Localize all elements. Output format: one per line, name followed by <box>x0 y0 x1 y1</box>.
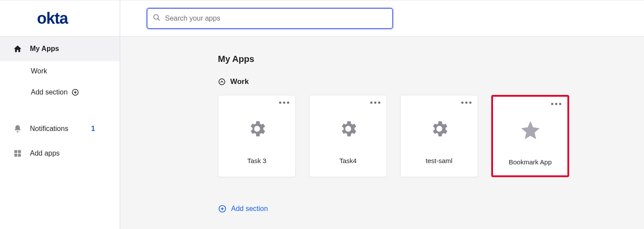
logo: okta <box>37 9 68 28</box>
svg-rect-5 <box>15 154 18 157</box>
app-card[interactable]: Task4 <box>309 95 387 177</box>
sidebar-item-my-apps[interactable]: My Apps <box>0 36 120 61</box>
app-card[interactable]: Task 3 <box>218 95 296 177</box>
svg-point-7 <box>154 15 158 19</box>
search-icon <box>153 14 161 23</box>
app-card-label: Bookmark App <box>509 158 552 166</box>
app-card-menu[interactable] <box>551 103 561 105</box>
app-card-label: Task 3 <box>247 157 266 164</box>
sidebar-item-add-apps[interactable]: Add apps <box>0 141 120 166</box>
sidebar-nav: My Apps Work Add section Notifications 1 <box>0 36 120 166</box>
section-header-work[interactable]: Work <box>218 77 644 86</box>
add-section-button[interactable]: Add section <box>218 204 644 213</box>
app-card-menu[interactable] <box>370 102 380 104</box>
svg-rect-6 <box>18 154 21 157</box>
star-icon <box>519 119 541 142</box>
svg-rect-4 <box>18 150 21 153</box>
app-card-label: Task4 <box>339 157 357 164</box>
sidebar-item-label: Notifications <box>30 125 68 133</box>
svg-rect-3 <box>15 150 18 153</box>
svg-point-9 <box>219 79 225 85</box>
search-input[interactable] <box>165 15 387 22</box>
sidebar-item-notifications[interactable]: Notifications 1 <box>0 116 120 141</box>
app-card-menu[interactable] <box>279 102 289 104</box>
logo-container: okta <box>0 0 120 36</box>
apps-row: Task 3 Task4 test-saml <box>218 95 644 177</box>
app-card[interactable]: test-saml <box>400 95 478 177</box>
chevron-up-icon <box>218 78 226 86</box>
sidebar-item-label: Add apps <box>30 149 60 157</box>
search-field[interactable] <box>147 8 393 29</box>
page-title: My Apps <box>218 54 644 64</box>
app-card-label: test-saml <box>426 157 453 164</box>
app-card-menu[interactable] <box>461 102 471 104</box>
sidebar-item-work[interactable]: Work <box>0 61 120 81</box>
sidebar-item-label: My Apps <box>30 45 59 53</box>
section-label: Work <box>230 77 249 86</box>
bell-icon <box>13 124 22 133</box>
gear-icon <box>338 117 358 140</box>
gear-icon <box>247 117 267 140</box>
app-card[interactable]: Bookmark App <box>491 95 569 177</box>
plus-circle-icon <box>71 88 79 96</box>
notifications-badge: 1 <box>91 125 95 133</box>
sidebar: okta My Apps Work Add section <box>0 0 120 229</box>
add-section-label: Add section <box>231 205 268 213</box>
home-icon <box>13 44 22 53</box>
svg-line-8 <box>158 18 160 21</box>
content: My Apps Work Task 3 <box>120 36 644 213</box>
gear-icon <box>429 117 449 140</box>
sidebar-item-label: Add section <box>31 88 68 96</box>
sidebar-item-label: Work <box>31 67 47 75</box>
plus-circle-icon <box>218 204 227 213</box>
grid-icon <box>13 149 22 158</box>
main: My Apps Work Task 3 <box>120 0 644 229</box>
sidebar-add-section[interactable]: Add section <box>0 81 120 103</box>
topbar <box>120 0 644 36</box>
